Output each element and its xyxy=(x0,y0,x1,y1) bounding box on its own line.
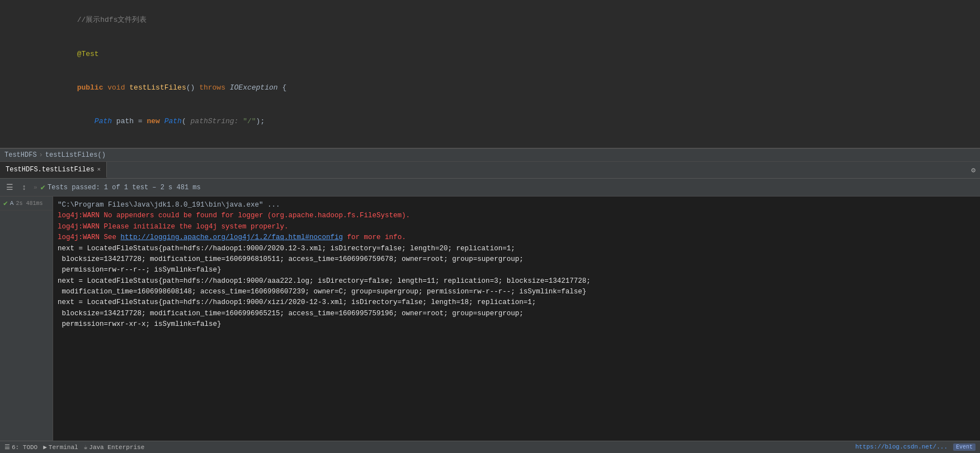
code-text: { xyxy=(278,83,287,92)
java-icon: ☕ xyxy=(84,443,88,451)
console-line: blocksize=134217728; modification_time=1… xyxy=(58,254,976,265)
filter-icon: ↕ xyxy=(22,183,26,192)
string-literal: "/" xyxy=(243,117,256,125)
console-line: permission=rw-r--r--; isSymlink=false} xyxy=(58,265,976,275)
console-panel[interactable]: "C:\Program Files\Java\jdk1.8.0_191\bin\… xyxy=(53,197,980,441)
code-text xyxy=(238,117,243,125)
tab-settings-icon[interactable]: ⚙ xyxy=(967,162,980,178)
status-right: https://blog.csdn.net/... Event xyxy=(855,443,976,451)
breadcrumb-root[interactable]: TestHDFS xyxy=(4,151,37,159)
sort-icon: ☰ xyxy=(6,183,13,192)
filter-button[interactable]: ↕ xyxy=(18,181,30,194)
console-line: "C:\Program Files\Java\jdk1.8.0_191\bin\… xyxy=(58,200,976,211)
tab-bar: TestHDFS.testListFiles × ⚙ xyxy=(0,162,980,179)
status-bar: ☰ 6: TODO ▶ Terminal ☕ Java Enterprise h… xyxy=(0,441,980,453)
line-content: Path path = new Path( pathString: "/"); xyxy=(22,105,980,138)
keyword-void: void xyxy=(107,83,125,92)
console-line: permission=rwxr-xr-x; isSymlink=false} xyxy=(58,319,976,330)
code-text: path = xyxy=(112,117,147,125)
terminal-status-item[interactable]: ▶ Terminal xyxy=(43,443,78,451)
test-item[interactable]: ✔ A 2s 481ms xyxy=(0,197,53,211)
code-line: RemoteIterator<LocatedFileStatus> listFi… xyxy=(0,139,980,148)
console-line: log4j:WARN No appenders could be found f… xyxy=(58,211,976,221)
todo-label: 6: TODO xyxy=(12,444,37,451)
run-tab-active[interactable]: TestHDFS.testListFiles × xyxy=(0,162,107,178)
code-editor: //展示hdfs文件列表 @Test public void testListF… xyxy=(0,0,980,148)
line-content: @Test xyxy=(22,37,980,71)
code-line: @Test xyxy=(0,37,980,71)
breadcrumb-child[interactable]: testListFiles() xyxy=(45,151,106,159)
keyword: public xyxy=(77,83,103,92)
test-time: 2s 481ms xyxy=(16,200,43,207)
event-badge[interactable]: Event xyxy=(953,443,976,451)
code-text: ( xyxy=(182,117,191,125)
test-label: A xyxy=(10,200,14,207)
console-line: next = LocatedFileStatus{path=hdfs://had… xyxy=(58,244,976,254)
console-line: blocksize=134217728; modification_time=1… xyxy=(58,309,976,319)
keyword: new xyxy=(147,117,159,125)
code-line: //展示hdfs文件列表 xyxy=(0,3,980,37)
code-line: Path path = new Path( pathString: "/"); xyxy=(0,105,980,138)
code-text xyxy=(59,50,77,58)
test-list-panel: ✔ A 2s 481ms xyxy=(0,197,53,441)
code-text xyxy=(225,83,230,92)
code-text xyxy=(59,117,94,125)
test-pass-icon: ✔ xyxy=(3,199,8,208)
class-ref: Path xyxy=(95,117,112,125)
breadcrumb-sep: › xyxy=(39,151,43,159)
console-line: log4j:WARN Please initialize the log4j s… xyxy=(58,222,976,232)
keyword: throws xyxy=(199,83,225,92)
comment-text: //展示hdfs文件列表 xyxy=(59,16,147,24)
status-url[interactable]: https://blog.csdn.net/... xyxy=(855,443,948,451)
toolbar-sep: » xyxy=(32,184,39,191)
line-content: //展示hdfs文件列表 xyxy=(22,3,980,37)
terminal-label: Terminal xyxy=(49,444,78,451)
close-tab-button[interactable]: × xyxy=(97,166,101,173)
console-line: modification_time=1606998608148; access_… xyxy=(58,287,976,297)
console-line-with-link: log4j:WARN See http://logging.apache.org… xyxy=(58,232,976,243)
param-hint: pathString: xyxy=(191,117,239,125)
java-enterprise-label: Java Enterprise xyxy=(89,444,144,451)
class-ref: Path xyxy=(164,117,182,125)
run-tab-label: TestHDFS.testListFiles xyxy=(6,166,94,174)
line-content: public void testListFiles() throws IOExc… xyxy=(22,71,980,105)
console-line: next = LocatedFileStatus{path=hdfs://had… xyxy=(58,297,976,308)
run-toolbar: ☰ ↕ » ✔ Tests passed: 1 of 1 test – 2 s … xyxy=(0,179,980,197)
console-line: next = LocatedFileStatus{path=hdfs://had… xyxy=(58,276,976,287)
code-text: () xyxy=(186,83,199,92)
run-panel: TestHDFS.testListFiles × ⚙ ☰ ↕ » ✔ Tests… xyxy=(0,162,980,441)
test-passed-text: Tests passed: 1 of 1 test – 2 s 481 ms xyxy=(48,184,201,192)
code-text: ); xyxy=(256,117,265,125)
annotation-text: @Test xyxy=(77,50,99,58)
terminal-icon: ▶ xyxy=(43,443,47,451)
exception-class: IOException xyxy=(230,83,278,92)
code-lines: //展示hdfs文件列表 @Test public void testListF… xyxy=(0,0,980,148)
code-line: public void testListFiles() throws IOExc… xyxy=(0,71,980,105)
todo-icon: ☰ xyxy=(4,443,10,451)
passed-check-icon: ✔ xyxy=(41,183,45,192)
java-enterprise-status-item[interactable]: ☕ Java Enterprise xyxy=(84,443,145,451)
test-passed-badge: ✔ Tests passed: 1 of 1 test – 2 s 481 ms xyxy=(41,183,201,192)
code-text xyxy=(59,83,77,92)
event-label: Event xyxy=(956,444,973,450)
run-content: ✔ A 2s 481ms "C:\Program Files\Java\jdk1… xyxy=(0,197,980,441)
log4j-link[interactable]: http://logging.apache.org/log4j/1.2/faq.… xyxy=(121,233,343,241)
sort-button[interactable]: ☰ xyxy=(3,181,16,194)
line-content: RemoteIterator<LocatedFileStatus> listFi… xyxy=(22,139,980,148)
breadcrumb-bar: TestHDFS › testListFiles() xyxy=(0,148,980,162)
code-text xyxy=(160,117,164,125)
todo-status-item[interactable]: ☰ 6: TODO xyxy=(4,443,37,451)
settings-icon: ⚙ xyxy=(971,166,976,175)
method-name: testListFiles xyxy=(129,83,186,92)
